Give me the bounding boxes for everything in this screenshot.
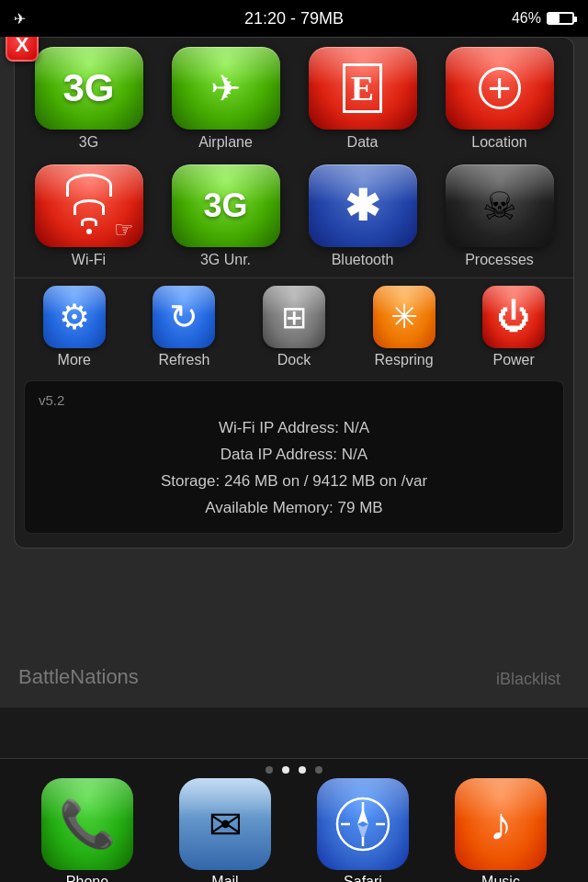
more-icon: ⚙ [43,286,106,348]
power-symbol-icon: ⏻ [497,298,530,336]
svg-marker-5 [357,808,368,824]
3gunr-label: 3G [203,187,247,225]
toolbar-refresh[interactable]: ↻ Refresh [130,286,240,368]
respring-star-icon: ✳ [390,298,418,336]
data-e-icon: E [343,63,382,113]
skull-icon: ☠ [482,184,517,229]
toggle-row-1: 3G 3G ✈ Airplane E Data Location [15,38,573,155]
mail-envelope-icon: ✉ [209,801,243,848]
refresh-label: Refresh [158,352,209,368]
safari-compass-icon [334,795,392,854]
dock-mail[interactable]: ✉ Mail [179,778,271,882]
gear-icon: ⚙ [59,297,90,337]
toggle-3g-icon[interactable]: 3G [35,47,143,130]
phone-label: Phone [66,874,108,882]
toggle-wifi-icon[interactable]: ☞ [35,164,143,247]
toolbar-row: ⚙ More ↻ Refresh ⊞ Dock ✳ Respring ⏻ [15,277,573,376]
respring-icon: ✳ [373,286,435,348]
phone-handset-icon: 📞 [59,797,116,851]
battery-percent: 46% [512,10,541,27]
toggle-data-icon[interactable]: E [309,47,417,130]
toggle-3gunr-icon[interactable]: 3G [172,164,280,247]
storage-line: Storage: 246 MB on / 9412 MB on /var [39,469,549,495]
toggle-location-text: Location [471,134,527,151]
toggle-data-text: Data [347,134,379,151]
phone-icon: 📞 [41,778,133,870]
airplane-status-icon: ✈ [14,10,26,28]
wifi-ip-line: Wi-Fi IP Address: N/A [39,415,549,442]
dock-safari[interactable]: Safari [317,778,409,882]
crosshair-icon [477,65,523,111]
3g-label: 3G [62,66,114,110]
safari-label: Safari [344,874,382,882]
sbsettings-panel: X 3G 3G ✈ Airplane E Data [14,37,574,548]
toggle-bluetooth-text: Bluetooth [332,252,394,268]
toggle-airplane-icon[interactable]: ✈ [172,47,280,130]
music-label: Music [481,874,520,882]
info-text-block: Wi-Fi IP Address: N/A Data IP Address: N… [39,415,549,522]
toggle-processes-text: Processes [465,252,534,268]
memory-line: Available Memory: 79 MB [39,495,549,522]
power-icon: ⏻ [482,286,545,348]
toggle-3gunr-text: 3G Unr. [200,252,251,268]
toggle-airplane-text: Airplane [198,134,253,151]
toggle-3gunr: 3G 3G Unr. [161,164,290,268]
toggle-processes-icon[interactable]: ☠ [446,164,554,247]
status-bar: ✈ 21:20 - 79MB 46% [0,0,588,37]
page-dot-2 [282,766,289,774]
toggle-row-2: ☞ Wi-Fi 3G 3G Unr. ✱ Bluetooth ☠ Process… [15,155,573,273]
data-ip-line: Data IP Address: N/A [39,442,549,469]
dock-icon: ⊞ [263,286,325,348]
power-label: Power [492,352,534,368]
svg-marker-6 [357,824,368,841]
bg-app-label-1: BattleNations [18,665,139,689]
page-dot-4 [315,766,322,774]
toggle-bluetooth: ✱ Bluetooth [298,164,427,268]
airplane-icon: ✈ [210,67,242,109]
dock-music[interactable]: ♪ Music [455,778,547,882]
toggle-location: Location [435,47,564,151]
toolbar-power[interactable]: ⏻ Power [458,286,569,368]
toggle-location-icon[interactable] [446,47,554,130]
toolbar-respring[interactable]: ✳ Respring [349,286,459,368]
dock-phone[interactable]: 📞 Phone [41,778,133,882]
refresh-icon: ↻ [153,286,215,348]
dock-icons-row: 📞 Phone ✉ Mail Safari [0,778,588,882]
toggle-bluetooth-icon[interactable]: ✱ [309,164,417,247]
toggle-airplane: ✈ Airplane [161,47,290,151]
toggle-3g-text: 3G [79,134,98,151]
respring-label: Respring [375,352,434,368]
page-dot-1 [266,766,273,774]
mail-label: Mail [211,874,238,882]
battery-area: 46% [512,10,574,27]
toolbar-dock[interactable]: ⊞ Dock [239,286,349,368]
toggle-wifi: ☞ Wi-Fi [24,164,153,268]
bluetooth-icon: ✱ [345,181,380,231]
more-label: More [58,352,91,368]
bg-app-label-2: iBlacklist [496,670,560,689]
cursor-hand-icon: ☞ [114,217,134,243]
wifi-icon [66,174,112,239]
status-time-memory: 21:20 - 79MB [244,9,344,28]
dock-area: 📞 Phone ✉ Mail Safari [0,758,588,882]
toggle-data: E Data [298,47,427,151]
dock-label-text: Dock [277,352,311,368]
music-icon: ♪ [455,778,547,870]
refresh-arrow-icon: ↻ [169,297,198,337]
info-panel: v5.2 Wi-Fi IP Address: N/A Data IP Addre… [24,380,564,534]
appstore-icon: ⊞ [281,299,307,335]
page-dot-3 [299,766,306,774]
mail-icon: ✉ [179,778,271,870]
safari-icon [317,778,409,870]
page-indicators [266,766,322,774]
music-note-icon: ♪ [490,797,513,851]
toggle-processes: ☠ Processes [435,164,564,268]
toggle-3g: 3G 3G [24,47,153,151]
toolbar-more[interactable]: ⚙ More [19,286,130,368]
version-text: v5.2 [39,392,549,408]
toggle-wifi-text: Wi-Fi [72,252,106,268]
battery-icon [547,12,574,25]
